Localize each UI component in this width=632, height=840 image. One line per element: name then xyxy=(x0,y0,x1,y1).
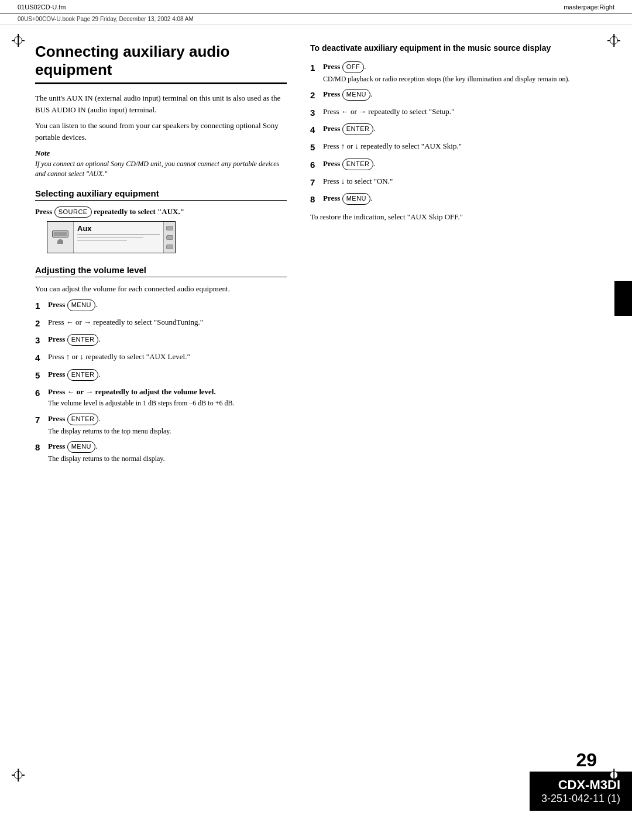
page-footer: 29 CDX-M3DI 3-251-042-11 (1) xyxy=(530,751,632,811)
deactivate-step-1-num: 1 xyxy=(310,61,323,74)
step-2-num: 2 xyxy=(35,317,48,330)
adjusting-body: You can adjust the volume for each conne… xyxy=(35,283,287,295)
step-1-num: 1 xyxy=(35,299,48,312)
step-2-content: Press ← or → repeatedly to select "Sound… xyxy=(48,317,287,328)
page-header: 01US02CD-U.fm masterpage:Right xyxy=(0,0,632,13)
step-5-press: Press xyxy=(48,370,67,378)
step-7-sub: The display returns to the top menu disp… xyxy=(48,426,287,436)
step-1: 1 Press MENU. xyxy=(35,299,287,312)
step-7-button: ENTER xyxy=(67,414,99,425)
step-7-press: Press xyxy=(48,414,67,423)
deactivate-menu-button-1: MENU xyxy=(342,89,370,101)
source-button: SOURCE xyxy=(54,206,92,218)
step-6: 6 Press ← or → repeatedly to adjust the … xyxy=(35,387,287,409)
selecting-press-suffix: repeatedly to select "AUX." xyxy=(94,207,184,216)
step-1-suffix: . xyxy=(95,300,97,309)
step-3-content: Press ENTER. xyxy=(48,334,287,346)
step-3: 3 Press ENTER. xyxy=(35,334,287,347)
display-box-controls xyxy=(163,222,175,253)
deactivate-step-5: 5 Press ↑ or ↓ repeatedly to select "AUX… xyxy=(310,141,597,154)
deactivate-step-4: 4 Press ENTER. xyxy=(310,123,597,136)
step-4-content: Press ↑ or ↓ repeatedly to select "AUX L… xyxy=(48,352,287,363)
step-4: 4 Press ↑ or ↓ repeatedly to select "AUX… xyxy=(35,352,287,364)
step-6-sub: The volume level is adjustable in 1 dB s… xyxy=(48,398,287,408)
deactivate-step-4-num: 4 xyxy=(310,123,323,136)
step-6-content: Press ← or → repeatedly to adjust the vo… xyxy=(48,387,287,409)
step-8-suffix: . xyxy=(95,442,97,450)
step-7: 7 Press ENTER. The display returns to th… xyxy=(35,414,287,436)
deactivate-step-5-num: 5 xyxy=(310,141,323,154)
model-name: CDX-M3DI xyxy=(541,777,620,793)
deactivate-step-3: 3 Press ← or → repeatedly to select "Set… xyxy=(310,106,597,119)
note-section: Note If you connect an optional Sony CD/… xyxy=(35,149,287,179)
deactivate-step-1: 1 Press OFF. CD/MD playback or radio rec… xyxy=(310,61,597,84)
aux-display-box: Aux xyxy=(47,221,176,253)
sub-header: 00US+00COV-U.book Page 29 Friday, Decemb… xyxy=(0,13,632,25)
deactivate-step-2: 2 Press MENU. xyxy=(310,89,597,102)
step-5-button: ENTER xyxy=(67,369,99,381)
intro-text-2: You can listen to the sound from your ca… xyxy=(35,120,287,143)
page-title: Connecting auxiliary audio equipment xyxy=(35,43,287,84)
step-8-press: Press xyxy=(48,442,67,450)
deactivate-step-1-sub: CD/MD playback or radio reception stops … xyxy=(323,74,597,84)
step-7-content: Press ENTER. The display returns to the … xyxy=(48,414,287,436)
step-3-num: 3 xyxy=(35,334,48,347)
step-5: 5 Press ENTER. xyxy=(35,369,287,382)
sub-header-text: 00US+00COV-U.book Page 29 Friday, Decemb… xyxy=(18,16,194,22)
deactivate-step-2-num: 2 xyxy=(310,89,323,102)
adjusting-section: Adjusting the volume level You can adjus… xyxy=(35,265,287,464)
deactivate-menu-button-2: MENU xyxy=(342,193,370,205)
deactivate-steps: 1 Press OFF. CD/MD playback or radio rec… xyxy=(310,61,597,206)
off-button: OFF xyxy=(342,61,365,73)
step-8-sub: The display returns to the normal displa… xyxy=(48,454,287,464)
header-right: masterpage:Right xyxy=(564,4,614,11)
step-2: 2 Press ← or → repeatedly to select "Sou… xyxy=(35,317,287,330)
step-6-num: 6 xyxy=(35,387,48,400)
step-5-suffix: . xyxy=(98,370,100,378)
step-8-button: MENU xyxy=(67,441,95,453)
model-info: CDX-M3DI 3-251-042-11 (1) xyxy=(530,772,632,811)
step-8-content: Press MENU. The display returns to the n… xyxy=(48,441,287,464)
deactivate-step-4-content: Press ENTER. xyxy=(323,123,597,135)
step-6-bold: Press ← or → repeatedly to adjust the vo… xyxy=(48,387,287,398)
model-number: 3-251-042-11 (1) xyxy=(541,793,620,805)
deactivate-step-6: 6 Press ENTER. xyxy=(310,159,597,171)
step-3-button: ENTER xyxy=(67,334,99,346)
selecting-press-instruction: Press SOURCE repeatedly to select "AUX." xyxy=(35,206,287,218)
display-box-connector-area xyxy=(47,222,74,253)
step-5-num: 5 xyxy=(35,369,48,382)
deactivate-step-3-content: Press ← or → repeatedly to select "Setup… xyxy=(323,106,597,118)
step-5-content: Press ENTER. xyxy=(48,369,287,381)
deactivate-step-8: 8 Press MENU. xyxy=(310,193,597,206)
selecting-press-text: Press xyxy=(35,207,52,216)
deactivate-step-7: 7 Press ↓ to select "ON." xyxy=(310,176,597,189)
display-box-main: Aux xyxy=(74,222,163,253)
deactivate-step-5-content: Press ↑ or ↓ repeatedly to select "AUX S… xyxy=(323,141,597,152)
adjusting-steps: 1 Press MENU. 2 Press ← or → repeatedly … xyxy=(35,299,287,464)
page-marker xyxy=(614,281,632,316)
intro-text-1: The unit's AUX IN (external audio input)… xyxy=(35,92,287,115)
selecting-heading: Selecting auxiliary equipment xyxy=(35,188,287,201)
step-1-button: MENU xyxy=(67,299,95,311)
deactivate-step-6-num: 6 xyxy=(310,159,323,171)
deactivate-enter-button-1: ENTER xyxy=(342,123,374,135)
step-3-press: Press xyxy=(48,335,67,343)
step-7-suffix: . xyxy=(98,414,100,423)
deactivate-step-1-content: Press OFF. CD/MD playback or radio recep… xyxy=(323,61,597,84)
left-column: Connecting auxiliary audio equipment The… xyxy=(35,43,287,469)
deactivate-step-3-num: 3 xyxy=(310,106,323,119)
adjusting-heading: Adjusting the volume level xyxy=(35,265,287,277)
deactivate-heading-text: To deactivate auxiliary equipment in the… xyxy=(310,43,551,53)
step-8: 8 Press MENU. The display returns to the… xyxy=(35,441,287,464)
step-8-num: 8 xyxy=(35,441,48,454)
step-4-num: 4 xyxy=(35,352,48,364)
right-column: To deactivate auxiliary equipment in the… xyxy=(310,43,597,469)
step-7-num: 7 xyxy=(35,414,48,426)
deactivate-step-7-content: Press ↓ to select "ON." xyxy=(323,176,597,187)
step-1-press: Press xyxy=(48,300,67,309)
note-title: Note xyxy=(35,149,287,158)
deactivate-step-8-num: 8 xyxy=(310,193,323,206)
note-text: If you connect an optional Sony CD/MD un… xyxy=(35,159,287,179)
deactivate-heading: To deactivate auxiliary equipment in the… xyxy=(310,43,597,54)
restore-text: To restore the indication, select "AUX S… xyxy=(310,212,597,222)
